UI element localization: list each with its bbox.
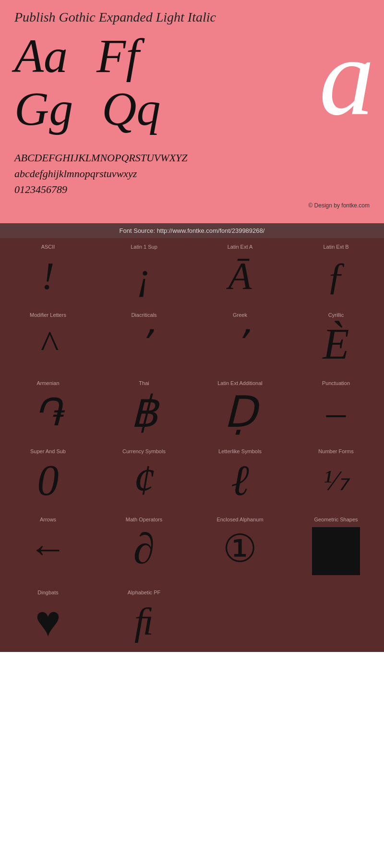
glyph-label: ASCII [41,244,55,250]
glyph-label: Latin Ext B [323,244,348,250]
glyph-cell: Dingbats♥ [0,584,96,652]
glyph-cell: Math Operators∂ [96,511,192,584]
glyph-char: ¢ [133,459,155,502]
glyph-label: Latin 1 Sup [131,244,157,250]
glyph-char [312,527,360,575]
glyph-char: ﬁ [134,600,154,643]
glyph-label: Arrows [40,517,56,522]
hero-alphabet: ABCDEFGHIJKLMNOPQRSTUVWXYZ abcdefghijklm… [14,145,370,200]
glyph-cell: Latin 1 Sup¡ [96,238,192,306]
glyph-cell: Thai฿ [96,374,192,443]
glyph-char: 0 [37,459,59,502]
glyph-char: ¡ [136,254,151,298]
hero-section: Publish Gothic Expanded Light Italic a A… [0,0,384,223]
source-text: Font Source: http://www.fontke.com/font/… [120,227,265,234]
glyph-char: ฿ [131,391,158,434]
hero-large-letter: a [319,25,374,130]
glyph-char: ʼ [234,323,246,366]
glyph-cell: Armenian֏ [0,374,96,443]
hero-letters-row1: Aa Ff [14,30,370,83]
glyph-cell: Greekʼ [192,306,288,374]
glyph-cell: Enclosed Alphanum① [192,511,288,584]
glyph-cell: Modifier Letters^ [0,306,96,374]
glyph-label: Latin Ext Additional [217,380,263,386]
glyph-label: Letterlike Symbols [218,448,262,454]
digits: 0123456789 [14,181,370,197]
glyph-cell: Latin Ext AdditionalḌ [192,374,288,443]
glyph-cell: Alphabetic PFﬁ [96,584,192,652]
glyph-cell: Arrows← [0,511,96,584]
copyright-text: © Design by fontke.com [14,202,370,209]
glyph-label: Super And Sub [30,448,66,454]
glyph-label: Greek [233,312,247,318]
glyph-cell: Punctuation– [288,374,384,443]
source-bar: Font Source: http://www.fontke.com/font/… [0,223,384,238]
glyph-char: ʼ [138,323,150,366]
glyph-cell: Currency Symbols¢ [96,443,192,511]
glyph-label: Currency Symbols [122,448,166,454]
hero-letter-aa: Aa [14,30,68,83]
glyph-label: Geometric Shapes [314,517,358,522]
glyph-char: ¹⁄₇ [324,459,348,502]
uppercase-alphabet: ABCDEFGHIJKLMNOPQRSTUVWXYZ [14,150,370,166]
glyph-label: Number Forms [318,448,353,454]
glyph-char: ƒ [326,254,346,298]
glyph-char: ♥ [35,600,60,643]
black-square [312,527,360,575]
glyph-cell: ASCII! [0,238,96,306]
glyph-cell: Letterlike Symbolsℓ [192,443,288,511]
glyph-char: ℓ [231,459,249,502]
glyph-char: È [323,323,349,366]
glyph-cell: Latin Ext AĀ [192,238,288,306]
glyph-cell: Latin Ext Bƒ [288,238,384,306]
glyph-char: – [326,391,346,434]
glyph-label: Cyrillic [328,312,344,318]
glyph-cell: Diacriticalsʼ [96,306,192,374]
glyph-cell: Super And Sub0 [0,443,96,511]
glyph-section: ASCII!Latin 1 Sup¡Latin Ext AĀLatin Ext … [0,238,384,652]
glyph-char: Ḍ [224,391,257,434]
hero-letters-row2: Gg Qq [14,83,370,135]
lowercase-alphabet: abcdefghijklmnopqrstuvwxyz [14,166,370,181]
glyph-label: Punctuation [322,380,350,386]
glyph-char: ֏ [34,391,62,434]
glyph-grid: ASCII!Latin 1 Sup¡Latin Ext AĀLatin Ext … [0,238,384,652]
glyph-char: ← [29,527,67,570]
glyph-cell: Number Forms¹⁄₇ [288,443,384,511]
glyph-char: ! [42,254,55,298]
glyph-char: ^ [40,323,56,366]
hero-letter-gg: Gg [14,83,73,135]
glyph-cell: CyrillicÈ [288,306,384,374]
glyph-char: ∂ [133,527,155,570]
hero-letter-qq: Qq [102,83,160,135]
glyph-label: Armenian [36,380,59,386]
glyph-label: Latin Ext A [228,244,253,250]
glyph-label: Dingbats [37,590,58,595]
hero-letter-ff: Ff [96,30,139,83]
font-title: Publish Gothic Expanded Light Italic [14,10,370,25]
glyph-label: Diacriticals [131,312,156,318]
glyph-label: Thai [139,380,149,386]
glyph-char: Ā [228,254,252,298]
glyph-label: Enclosed Alphanum [216,517,263,522]
glyph-cell: Geometric Shapes [288,511,384,584]
glyph-label: Alphabetic PF [128,590,160,595]
glyph-label: Modifier Letters [30,312,66,318]
glyph-char: ① [223,527,257,570]
glyph-label: Math Operators [126,517,162,522]
